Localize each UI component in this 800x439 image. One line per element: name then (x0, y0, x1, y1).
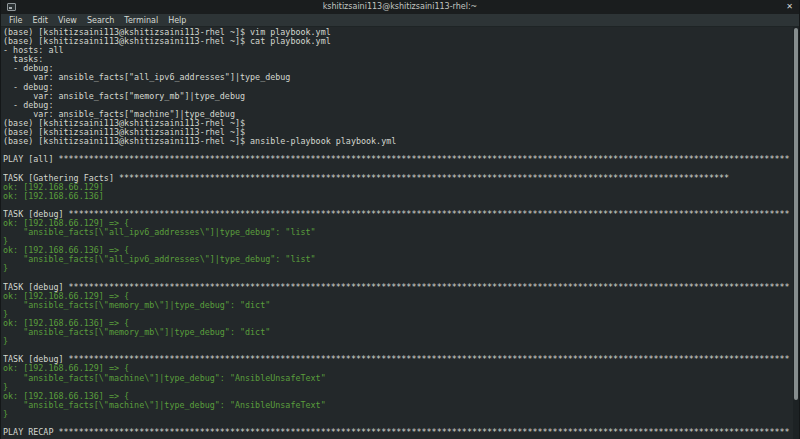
terminal-line (3, 419, 792, 428)
terminal-line: TASK [debug] ***************************… (3, 355, 792, 364)
scrollbar-thumb[interactable] (794, 28, 798, 400)
menubar: File Edit View Search Terminal Help (1, 14, 799, 27)
terminal-line: - debug: (3, 83, 792, 92)
terminal-line: (base) [kshitizsaini113@kshitizsaini113-… (3, 128, 792, 137)
menu-help[interactable]: Help (163, 14, 191, 27)
close-button[interactable]: ✕ (784, 0, 795, 14)
terminal-line: (base) [kshitizsaini113@kshitizsaini113-… (3, 37, 792, 46)
terminal-line: TASK [debug] ***************************… (3, 210, 792, 219)
titlebar[interactable]: kshitizsaini113@kshitizsaini113-rhel:~ ✕ (1, 0, 799, 14)
terminal-line: ok: [192.168.66.129] (3, 183, 792, 192)
terminal-line: ok: [192.168.66.129] => { (3, 364, 792, 373)
terminal-line: ok: [192.168.66.129] => { (3, 219, 792, 228)
terminal-line: } (3, 337, 792, 346)
terminal-line: "ansible_facts[\"machine\"]|type_debug":… (3, 374, 792, 383)
terminal-line: } (3, 383, 792, 392)
terminal-line: TASK [Gathering Facts] *****************… (3, 174, 792, 183)
terminal-line: (base) [kshitizsaini113@kshitizsaini113-… (3, 119, 792, 128)
terminal-content: (base) [kshitizsaini113@kshitizsaini113-… (3, 28, 792, 437)
menu-view[interactable]: View (53, 14, 82, 27)
terminal-line: } (3, 264, 792, 273)
menu-edit[interactable]: Edit (27, 14, 53, 27)
menu-file[interactable]: File (4, 14, 27, 27)
terminal-line (3, 146, 792, 155)
scrollbar[interactable] (793, 27, 799, 439)
terminal-line: var: ansible_facts["all_ipv6_addresses"]… (3, 73, 792, 82)
terminal-line: ok: [192.168.66.136] (3, 192, 792, 201)
terminal-app-icon (7, 3, 16, 11)
terminal-line: (base) [kshitizsaini113@kshitizsaini113-… (3, 137, 792, 146)
terminal-line: - hosts: all (3, 46, 792, 55)
terminal-line: (base) [kshitizsaini113@kshitizsaini113-… (3, 28, 792, 37)
terminal-line (3, 201, 792, 210)
menu-search[interactable]: Search (82, 14, 119, 27)
terminal-line: TASK [debug] ***************************… (3, 283, 792, 292)
terminal-line (3, 164, 792, 173)
terminal-line: var: ansible_facts["memory_mb"]|type_deb… (3, 92, 792, 101)
terminal-line: PLAY [all] *****************************… (3, 155, 792, 164)
terminal-line (3, 346, 792, 355)
terminal-line: ok: [192.168.66.136] => { (3, 319, 792, 328)
terminal-line: ok: [192.168.66.136] => { (3, 246, 792, 255)
terminal-viewport[interactable]: (base) [kshitizsaini113@kshitizsaini113-… (1, 27, 799, 439)
terminal-line: - debug: (3, 64, 792, 73)
terminal-line: "ansible_facts[\"all_ipv6_addresses\"]|t… (3, 228, 792, 237)
close-icon: ✕ (786, 2, 793, 11)
terminal-line (3, 274, 792, 283)
terminal-line: "ansible_facts[\"memory_mb\"]|type_debug… (3, 301, 792, 310)
terminal-line: "ansible_facts[\"memory_mb\"]|type_debug… (3, 328, 792, 337)
terminal-line: tasks: (3, 55, 792, 64)
terminal-line: ok: [192.168.66.136] => { (3, 392, 792, 401)
terminal-line: "ansible_facts[\"all_ipv6_addresses\"]|t… (3, 255, 792, 264)
menu-terminal[interactable]: Terminal (119, 14, 163, 27)
terminal-line: ok: [192.168.66.129] => { (3, 292, 792, 301)
terminal-window: kshitizsaini113@kshitizsaini113-rhel:~ ✕… (0, 0, 800, 439)
terminal-line: "ansible_facts[\"machine\"]|type_debug":… (3, 401, 792, 410)
terminal-line: PLAY RECAP *****************************… (3, 428, 792, 437)
terminal-line: var: ansible_facts["machine"]|type_debug (3, 110, 792, 119)
terminal-line: - debug: (3, 101, 792, 110)
terminal-line: } (3, 310, 792, 319)
terminal-line: } (3, 410, 792, 419)
window-title: kshitizsaini113@kshitizsaini113-rhel:~ (1, 0, 799, 14)
terminal-line: } (3, 237, 792, 246)
